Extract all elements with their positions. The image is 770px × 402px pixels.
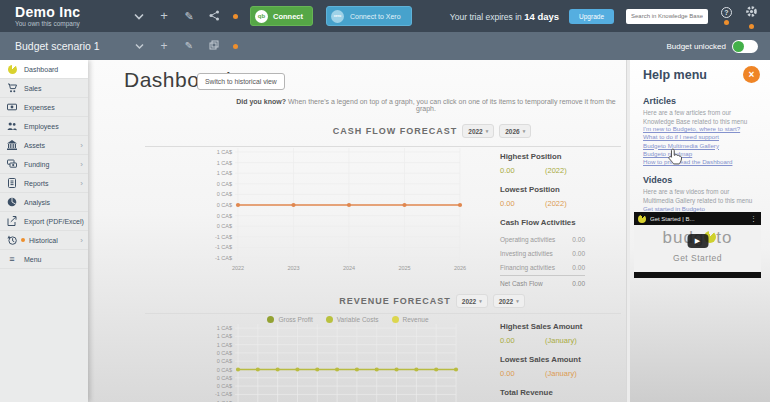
lowest-sales-value: 0.00(January): [500, 369, 622, 378]
sidebar-item-label: Reports: [24, 180, 49, 187]
company-block[interactable]: Demo Inc You own this company: [15, 5, 127, 27]
sidebar-item-historical[interactable]: Historical›: [0, 231, 88, 250]
plus-icon[interactable]: +: [158, 10, 170, 22]
connect-quickbooks-button[interactable]: qb Connect: [250, 6, 313, 26]
notification-dot: [233, 14, 238, 19]
cashflow-chart[interactable]: 1 CA$1 CA$1 CA$0 CA$0 CA$0 CA$0 CA$0 CA$…: [188, 146, 488, 278]
period: (January): [545, 336, 577, 345]
cashflow-year-end-dropdown[interactable]: 2026▾: [499, 124, 531, 138]
help-article-link[interactable]: Budgeto roadmap: [643, 150, 740, 158]
help-article-link[interactable]: How to print/read the Dashboard: [643, 158, 740, 166]
svg-text:0 CA$: 0 CA$: [217, 181, 232, 187]
connect-label: Connect: [273, 12, 303, 21]
dashboard-main: Dashboard Switch to historical view Did …: [88, 60, 626, 402]
sidebar-item-sales[interactable]: Sales: [0, 79, 88, 98]
period: (2022): [545, 166, 567, 175]
sidebar-item-funding[interactable]: Funding›: [0, 155, 88, 174]
chevron-right-icon: ›: [80, 141, 83, 150]
cashflow-year-start-dropdown[interactable]: 2022▾: [462, 124, 494, 138]
net-value: 0.00: [572, 280, 585, 287]
svg-text:0 CA$: 0 CA$: [217, 375, 232, 381]
svg-text:0 CA$: 0 CA$: [217, 223, 232, 229]
pencil-icon[interactable]: ✎: [183, 40, 195, 52]
settings-icon-stack[interactable]: [745, 4, 758, 29]
connect-xero-label: Connect to Xero: [350, 13, 401, 20]
help-article-link[interactable]: I'm new to Budgeto, where to start?: [643, 125, 740, 133]
sidebar-item-analysis[interactable]: Analysis: [0, 193, 88, 212]
help-icon-stack[interactable]: ?: [721, 7, 732, 25]
question-icon[interactable]: ?: [721, 7, 732, 18]
scenario-actions: + ✎: [133, 40, 238, 52]
kebab-menu-icon[interactable]: ⋮: [750, 215, 757, 223]
pie-chart-icon: [7, 197, 17, 207]
gear-icon[interactable]: [745, 4, 758, 22]
svg-text:0 CA$: 0 CA$: [217, 202, 232, 208]
activity-label: Investing activities: [500, 250, 553, 257]
connect-xero-button[interactable]: xero Connect to Xero: [326, 6, 412, 26]
plus-icon[interactable]: +: [158, 40, 170, 52]
chevron-right-icon: ›: [80, 160, 83, 169]
sidebar-item-expenses[interactable]: Expenses: [0, 98, 88, 117]
svg-text:1 CA$: 1 CA$: [217, 333, 232, 339]
help-menu-title: Help menu: [643, 68, 707, 82]
svg-text:0 CA$: 0 CA$: [217, 383, 232, 389]
sidebar-item-label: Menu: [24, 256, 42, 263]
svg-text:1 CA$: 1 CA$: [217, 325, 232, 331]
activity-label: Operating activities: [500, 236, 555, 243]
chevron-right-icon: ›: [80, 179, 83, 188]
video-player-header: Get Started | B... ⋮: [634, 212, 761, 225]
knowledge-base-search-input[interactable]: [626, 9, 708, 24]
sidebar-item-reports[interactable]: Reports›: [0, 174, 88, 193]
duplicate-icon[interactable]: [208, 40, 220, 52]
toggle-knob: [733, 41, 744, 52]
video-caption: Get Started: [634, 253, 761, 263]
budget-lock-toggle[interactable]: [732, 40, 758, 53]
year-start-value: 2022: [468, 128, 482, 135]
cashflow-stats-panel: Highest Position 0.00(2022) Lowest Posit…: [500, 152, 622, 290]
share-icon[interactable]: [208, 10, 220, 23]
svg-text:0 CA$: 0 CA$: [217, 350, 232, 356]
sidebar-item-dashboard[interactable]: Dashboard: [0, 60, 88, 79]
banknote-icon: [7, 102, 17, 112]
svg-text:-1 CA$: -1 CA$: [215, 234, 232, 240]
chevron-down-icon[interactable]: [133, 10, 145, 22]
video-title: Get Started | B...: [650, 216, 746, 222]
sidebar-nav: DashboardSalesExpensesEmployeesAssets›Fu…: [0, 60, 88, 402]
articles-intro: Here are a few articles from our Knowled…: [643, 109, 761, 126]
videos-intro: Here are a few videos from our Multimedi…: [643, 188, 761, 205]
close-icon[interactable]: ×: [743, 66, 760, 83]
switch-historical-view-button[interactable]: Switch to historical view: [197, 73, 285, 90]
sidebar-item-export-pdf-excel[interactable]: Export (PDF/Excel): [0, 212, 88, 231]
activity-value: 0.00: [572, 250, 585, 257]
lowest-position-label: Lowest Position: [500, 185, 622, 194]
trial-text: Your trial expires in: [450, 12, 524, 22]
pencil-icon[interactable]: ✎: [183, 10, 195, 22]
svg-text:1 CA$: 1 CA$: [217, 170, 232, 176]
sidebar-item-employees[interactable]: Employees: [0, 117, 88, 136]
revenue-chart[interactable]: 1 CA$1 CA$1 CA$0 CA$0 CA$0 CA$0 CA$0 CA$…: [188, 322, 488, 402]
sidebar-item-menu[interactable]: ≡Menu: [0, 250, 88, 269]
people-icon: [7, 121, 17, 131]
revenue-section-header: REVENUE FORECAST 2022▾ 2022▾: [163, 294, 626, 308]
svg-text:0 CA$: 0 CA$: [217, 358, 232, 364]
revenue-year-start-dropdown[interactable]: 2022▾: [456, 294, 488, 308]
sidebar-item-assets[interactable]: Assets›: [0, 136, 88, 155]
revenue-year-end-dropdown[interactable]: 2022▾: [493, 294, 525, 308]
scenario-title[interactable]: Budget scenario 1: [15, 40, 127, 52]
chevron-down-icon[interactable]: [133, 40, 145, 52]
play-button-icon[interactable]: ▶: [687, 234, 708, 248]
quickbooks-icon: qb: [255, 10, 268, 23]
tip-text: When there's a legend on top of a graph,…: [286, 98, 616, 112]
cart-icon: [7, 83, 17, 93]
help-article-link[interactable]: What to do if I need support: [643, 133, 740, 141]
export-icon: [7, 216, 17, 226]
did-you-know-tip: Did you know? When there's a legend on t…: [226, 98, 626, 112]
help-article-link[interactable]: Budgeto Multimedia Gallery: [643, 142, 740, 150]
menu-icon: ≡: [7, 254, 17, 264]
budget-lock-control: Budget unlocked: [666, 40, 758, 53]
svg-text:2024: 2024: [343, 265, 355, 271]
get-started-video-link[interactable]: Get started in Budgeto: [643, 205, 705, 212]
value: 0.00: [500, 166, 545, 175]
video-thumbnail[interactable]: Get Started | B... ⋮ budgto ▶ Get Starte…: [634, 212, 761, 278]
upgrade-button[interactable]: Upgrade: [569, 9, 614, 24]
